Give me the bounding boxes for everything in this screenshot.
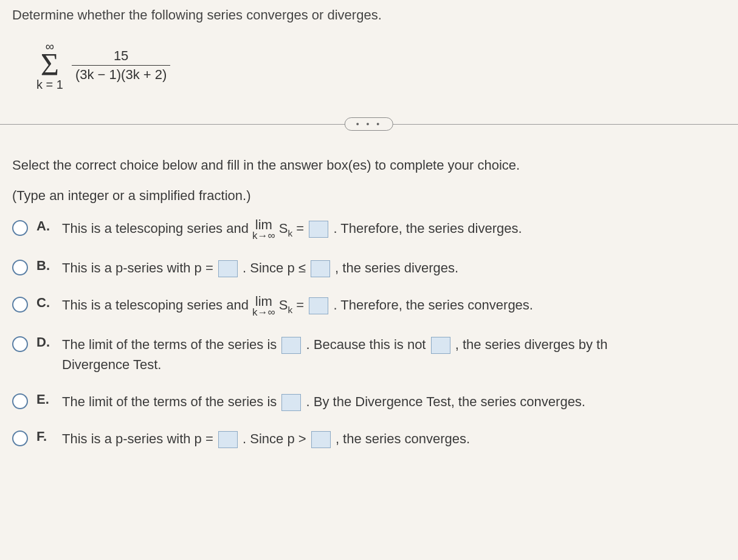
answer-box-d2[interactable] <box>431 337 450 354</box>
choice-f-t1: This is a p-series with p = <box>62 431 217 446</box>
choice-d-t2: . Because this is not <box>306 337 430 352</box>
answer-box-a[interactable] <box>309 221 328 238</box>
series-term-fraction: 15 (3k − 1)(3k + 2) <box>72 48 170 83</box>
sigma-notation: ∞ Σ k = 1 <box>36 40 63 91</box>
answer-choices: A. This is a telescoping series and lim … <box>12 218 726 449</box>
instruction-text: Select the correct choice below and fill… <box>12 157 726 173</box>
choice-letter-f: F. <box>36 429 53 444</box>
radio-b[interactable] <box>12 260 28 275</box>
expand-button[interactable]: • • • <box>345 117 393 131</box>
sk-k-c: k <box>288 305 293 315</box>
choice-d-t1: The limit of the terms of the series is <box>62 337 280 352</box>
sk-k: k <box>288 228 293 238</box>
sk-s-c: S <box>279 297 288 313</box>
choice-a: A. This is a telescoping series and lim … <box>12 218 726 241</box>
answer-box-b2[interactable] <box>311 260 330 277</box>
choice-letter-e: E. <box>36 392 53 407</box>
section-divider: • • • <box>12 115 726 133</box>
choice-body-f: This is a p-series with p = . Since p > … <box>62 429 726 449</box>
lim-subscript-c: k→∞ <box>252 307 275 317</box>
choice-b-t2: . Since p ≤ <box>243 260 309 275</box>
choice-a-post: . Therefore, the series diverges. <box>333 221 522 236</box>
choice-f-t3: , the series converges. <box>336 431 470 446</box>
choice-e-t2: . By the Divergence Test, the series con… <box>306 394 585 409</box>
choice-a-pre: This is a telescoping series and <box>62 221 252 236</box>
answer-box-d1[interactable] <box>281 337 301 354</box>
sk-s: S <box>279 221 288 236</box>
choice-c-pre: This is a telescoping series and <box>62 297 252 313</box>
choice-e: E. The limit of the terms of the series … <box>12 392 726 412</box>
choice-letter-b: B. <box>36 258 53 274</box>
equals: = <box>296 221 308 236</box>
answer-box-c[interactable] <box>309 297 328 314</box>
choice-f-t2: . Since p > <box>243 431 310 446</box>
series-formula: ∞ Σ k = 1 15 (3k − 1)(3k + 2) <box>36 40 726 91</box>
choice-d-t4: Divergence Test. <box>62 357 161 372</box>
choice-letter-c: C. <box>36 295 53 311</box>
choice-letter-a: A. <box>36 218 53 234</box>
choice-e-t1: The limit of the terms of the series is <box>62 394 280 409</box>
choice-b: B. This is a p-series with p = . Since p… <box>12 258 726 278</box>
choice-c-post: . Therefore, the series converges. <box>333 297 533 313</box>
answer-box-f2[interactable] <box>311 431 331 448</box>
choice-b-t1: This is a p-series with p = <box>62 260 217 275</box>
choice-body-a: This is a telescoping series and lim k→∞… <box>62 218 726 241</box>
radio-a[interactable] <box>12 220 28 236</box>
radio-c[interactable] <box>12 297 28 313</box>
choice-body-b: This is a p-series with p = . Since p ≤ … <box>62 258 726 278</box>
choice-b-t3: , the series diverges. <box>335 260 458 275</box>
choice-d: D. The limit of the terms of the series … <box>12 334 726 375</box>
sigma-symbol: Σ <box>41 51 59 80</box>
choice-f: F. This is a p-series with p = . Since p… <box>12 429 726 449</box>
choice-d-t3: , the series diverges by th <box>455 337 608 352</box>
answer-box-e[interactable] <box>281 394 301 411</box>
radio-f[interactable] <box>12 430 28 446</box>
equals-c: = <box>296 297 308 313</box>
answer-box-b1[interactable] <box>218 260 238 277</box>
fraction-numerator: 15 <box>110 48 132 65</box>
radio-d[interactable] <box>12 336 28 352</box>
choice-body-d: The limit of the terms of the series is … <box>62 334 726 375</box>
choice-body-e: The limit of the terms of the series is … <box>62 392 726 412</box>
choice-letter-d: D. <box>36 334 53 350</box>
choice-body-c: This is a telescoping series and lim k→∞… <box>62 295 726 317</box>
hint-text: (Type an integer or a simplified fractio… <box>12 188 726 204</box>
limit-expression-c: lim k→∞ <box>252 295 275 317</box>
limit-expression: lim k→∞ <box>252 218 275 241</box>
choice-c: C. This is a telescoping series and lim … <box>12 295 726 317</box>
radio-e[interactable] <box>12 393 28 409</box>
fraction-denominator: (3k − 1)(3k + 2) <box>72 65 170 83</box>
lim-subscript: k→∞ <box>252 230 275 241</box>
question-text: Determine whether the following series c… <box>12 7 726 23</box>
answer-box-f1[interactable] <box>218 431 238 448</box>
sigma-lower-bound: k = 1 <box>36 78 63 91</box>
